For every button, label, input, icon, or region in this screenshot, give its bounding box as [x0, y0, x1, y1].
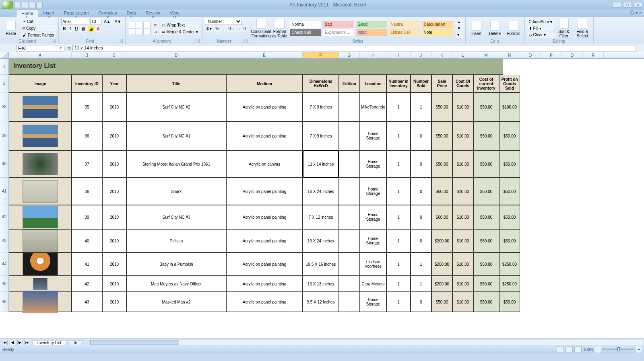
clear-button[interactable]: ◇ Clear ▾	[527, 32, 554, 38]
cell[interactable]: 1	[386, 292, 411, 312]
cell[interactable]	[9, 121, 72, 150]
cell[interactable]: $50.00	[499, 292, 520, 312]
sheet-nav-first[interactable]: ⏮	[2, 340, 8, 345]
cell[interactable]: 13 X 24 inches	[303, 229, 339, 252]
col-header-R[interactable]: R	[583, 52, 604, 58]
cell[interactable]: Acrylic on panel painting	[226, 178, 303, 205]
view-page-break-button[interactable]	[574, 347, 582, 352]
cell[interactable]: Shark	[126, 178, 226, 205]
col-header-N[interactable]: N	[499, 52, 520, 58]
ribbon-help-icon[interactable]: ⓘ ▾ ×	[630, 10, 642, 17]
header-cost-of-current-inventory[interactable]: Cost of current Inventory	[473, 75, 499, 92]
cell[interactable]: 0	[411, 292, 431, 312]
cell[interactable]: Surf City NC #2	[126, 92, 226, 121]
cell[interactable]: $50.00	[473, 229, 499, 252]
cell[interactable]: 1	[386, 205, 411, 229]
style-bad[interactable]: Bad	[323, 21, 354, 28]
cell[interactable]: 1	[411, 92, 431, 121]
cell[interactable]: $10.00	[452, 121, 473, 150]
cell[interactable]: Home Storage	[360, 178, 386, 205]
style-good[interactable]: Good	[356, 21, 387, 28]
cell[interactable]: $10.00	[452, 276, 473, 292]
zoom-out-button[interactable]: –	[595, 347, 601, 353]
insert-cells-button[interactable]: Insert	[468, 20, 485, 37]
cell[interactable]: $250.00	[499, 252, 520, 276]
orientation-button[interactable]: ⟳	[152, 22, 159, 28]
cell[interactable]: 2010	[102, 121, 126, 150]
conditional-formatting-button[interactable]: Conditional Formatting	[253, 18, 270, 39]
col-header-F[interactable]: F	[303, 52, 339, 58]
cell[interactable]: 35	[72, 92, 102, 121]
header-edition[interactable]: Edition	[339, 75, 360, 92]
cell[interactable]: $10.00	[452, 178, 473, 205]
col-header-K[interactable]: K	[431, 52, 452, 58]
format-cells-button[interactable]: Format	[505, 20, 522, 37]
cell[interactable]: Sterling Moss: Italian Grand Prix 1961	[126, 150, 226, 178]
cell[interactable]: 7 X 9 inches	[303, 92, 339, 121]
header-number-sold[interactable]: Number Sold	[411, 75, 431, 92]
cell[interactable]: 2010	[102, 178, 126, 205]
formula-input[interactable]: 11 x 14 inches	[72, 45, 636, 51]
cell[interactable]: Masked Man #2	[126, 292, 226, 312]
cell[interactable]: $10.00	[452, 150, 473, 178]
cell[interactable]: 10.5 X 16 inches	[303, 252, 339, 276]
styles-scroll-up[interactable]: ▲	[456, 19, 463, 25]
cell[interactable]: 2010	[102, 292, 126, 312]
align-grid[interactable]	[128, 22, 151, 35]
cell[interactable]: $50.00	[431, 292, 452, 312]
cell[interactable]: Home Storage	[360, 292, 386, 312]
style-normal[interactable]: Normal	[290, 21, 321, 28]
cell[interactable]: 41	[72, 252, 102, 276]
cell[interactable]	[9, 205, 72, 229]
ribbon-tab-insert[interactable]: InsertN	[38, 10, 59, 17]
artwork-thumbnail[interactable]	[23, 291, 58, 313]
cell[interactable]: Acrylic on panel painting	[226, 252, 303, 276]
col-header-J[interactable]: J	[411, 52, 431, 58]
cell[interactable]: 9.5 X 12 inches	[303, 292, 339, 312]
cell[interactable]: 0	[411, 229, 431, 252]
cell[interactable]: Surf City NC #3	[126, 205, 226, 229]
col-header-G[interactable]: G	[339, 52, 360, 58]
delete-cells-button[interactable]: Delete	[487, 20, 504, 37]
cell[interactable]: $200.00	[431, 229, 452, 252]
style-input[interactable]: Input	[356, 29, 387, 36]
worksheet-grid[interactable]: 12383940414243444546 Inventory ListImage…	[0, 59, 644, 338]
cell[interactable]: 40	[72, 229, 102, 252]
cell[interactable]: $50.00	[431, 150, 452, 178]
cell[interactable]: 1	[386, 229, 411, 252]
cell[interactable]: 1	[386, 252, 411, 276]
fill-color-button[interactable]: ◢	[88, 26, 94, 32]
artwork-thumbnail[interactable]	[23, 206, 58, 228]
merge-center-button[interactable]: ⬌ Merge & Center ▾	[160, 29, 200, 35]
cell[interactable]: 2010	[102, 205, 126, 229]
cell[interactable]: Home Storage	[360, 229, 386, 252]
row-header-41[interactable]: 41	[0, 178, 9, 205]
cell[interactable]: $50.00	[499, 229, 520, 252]
cell[interactable]: Home Storage	[360, 121, 386, 150]
cell[interactable]	[339, 121, 360, 150]
font-name-combo[interactable]	[61, 18, 89, 25]
cell[interactable]: $10.00	[452, 205, 473, 229]
cell[interactable]: $50.00	[473, 205, 499, 229]
border-button[interactable]: ▦	[80, 26, 87, 32]
cell[interactable]: $200.00	[431, 276, 452, 292]
row-header-38[interactable]: 38	[0, 92, 9, 121]
cell[interactable]	[9, 178, 72, 205]
artwork-thumbnail[interactable]	[23, 253, 58, 275]
zoom-in-button[interactable]: +	[636, 347, 642, 353]
font-color-button[interactable]: A	[95, 26, 101, 32]
cell[interactable]: 7 X 12 inches	[303, 205, 339, 229]
fill-button[interactable]: ⬇ Fill ▾	[527, 25, 554, 31]
cell[interactable]: Acrylic on panel painting	[226, 276, 303, 292]
sheet-tab-new[interactable]: ⊕	[68, 340, 83, 345]
cell[interactable]: 13 X 13 inches	[303, 276, 339, 292]
cell[interactable]: $10.00	[452, 229, 473, 252]
comma-button[interactable]: ,	[221, 26, 225, 32]
font-launcher[interactable]: ↘	[119, 39, 123, 43]
sheet-nav-prev[interactable]: ◀	[10, 340, 15, 345]
style-explanatory-[interactable]: Explanatory ...	[323, 29, 354, 36]
view-page-layout-button[interactable]	[566, 347, 573, 352]
style-calculation[interactable]: Calculation	[422, 21, 453, 28]
cell[interactable]: 2010	[102, 252, 126, 276]
col-header-Q[interactable]: Q	[562, 52, 583, 58]
